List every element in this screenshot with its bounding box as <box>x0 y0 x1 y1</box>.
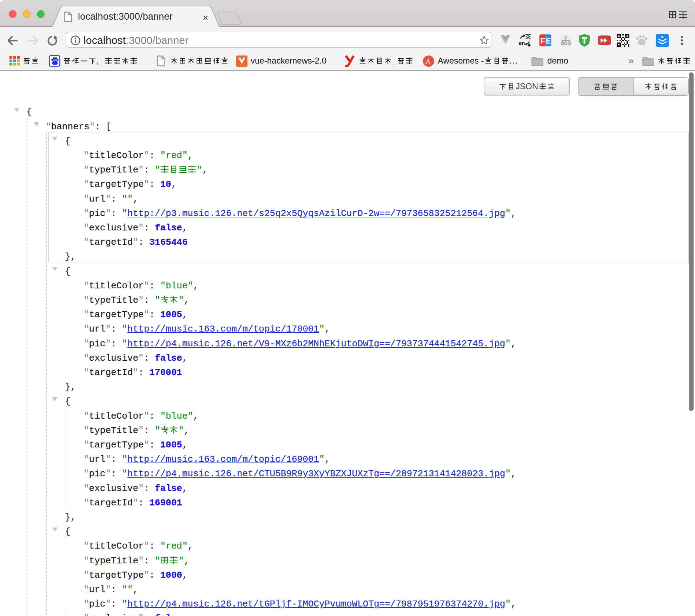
svg-text:英: 英 <box>525 34 531 39</box>
svg-text:A: A <box>425 57 430 65</box>
svg-text:F: F <box>541 37 545 45</box>
svg-text:en: en <box>519 40 525 46</box>
svg-text:E: E <box>546 37 551 45</box>
